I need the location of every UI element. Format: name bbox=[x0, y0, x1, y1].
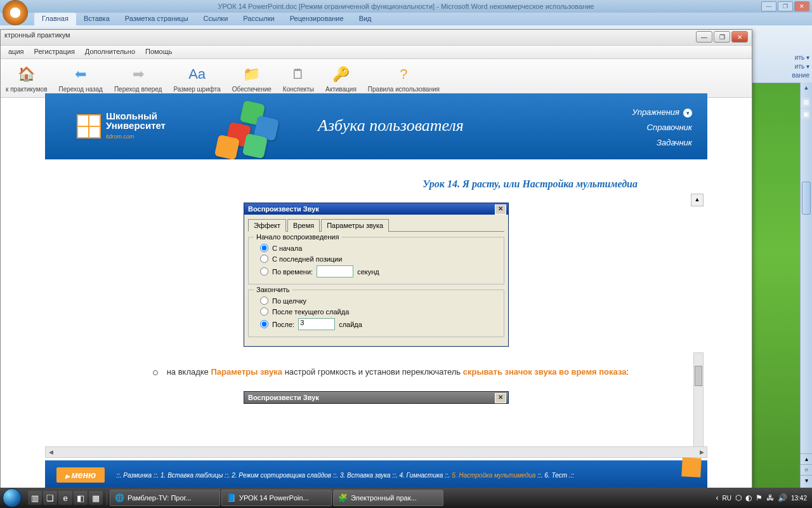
banner-link[interactable]: Справочник bbox=[632, 120, 692, 135]
toolbar-label: Правила использования bbox=[368, 86, 440, 93]
menu-item[interactable]: Регистрация bbox=[29, 46, 80, 58]
menu-item[interactable]: Дополнительно bbox=[80, 46, 140, 58]
site-logo[interactable]: Школьный Университет itdrom.com bbox=[77, 111, 166, 142]
ql-show-desktop[interactable]: ▥ bbox=[28, 491, 42, 505]
playback-end-group: Закончить По щелчку После текущего слайд… bbox=[248, 290, 504, 337]
breadcrumb-item[interactable]: 5. Настройка мультимедиа bbox=[452, 472, 535, 479]
ql-ie-icon[interactable]: e bbox=[58, 491, 72, 505]
dialog-tab[interactable]: Эффект bbox=[248, 219, 286, 232]
quick-launch: ▥ ❏ e ◧ ▦ bbox=[24, 491, 107, 505]
ql-app-icon[interactable]: ◧ bbox=[74, 491, 88, 505]
content-vscroll[interactable] bbox=[693, 352, 704, 449]
scroll-up-button[interactable]: ▲ bbox=[691, 194, 704, 206]
ribbon-tab[interactable]: Главная bbox=[34, 13, 76, 25]
word-scroll-up[interactable]: ▲ bbox=[801, 83, 812, 93]
tray-lang[interactable]: RU bbox=[723, 495, 731, 502]
slides-spinner[interactable]: 3 bbox=[298, 318, 335, 330]
radio-after-n[interactable] bbox=[260, 320, 268, 328]
hscroll-left[interactable]: ◀ bbox=[46, 449, 56, 455]
breadcrumb-item[interactable]: Разминка bbox=[123, 472, 152, 479]
radio-by-time[interactable] bbox=[260, 267, 268, 276]
word-maximize-button[interactable]: ❐ bbox=[778, 1, 793, 11]
ribbon-tab[interactable]: Вид bbox=[351, 13, 379, 25]
ql-app-icon[interactable]: ▦ bbox=[89, 491, 103, 505]
gadget-icon[interactable]: ▦ bbox=[801, 97, 811, 107]
dialog-tab[interactable]: Параметры звука bbox=[321, 219, 389, 232]
word-close-button[interactable]: ✕ bbox=[794, 1, 809, 11]
footer-menu-button[interactable]: меню bbox=[56, 467, 105, 483]
menu-item[interactable]: Помощь bbox=[140, 46, 178, 58]
tray-clock[interactable]: 13:42 bbox=[791, 495, 807, 502]
practicum-title-text: ктронный практикум bbox=[4, 31, 70, 39]
dialog-tab[interactable]: Время bbox=[287, 219, 320, 232]
radio-from-start[interactable] bbox=[260, 244, 268, 252]
banner-link[interactable]: Задачник bbox=[632, 135, 692, 150]
toolbar-button[interactable]: 📁Обеспечение bbox=[232, 64, 272, 93]
app-minimize-button[interactable]: — bbox=[696, 31, 712, 43]
windows-taskbar: ▥ ❏ e ◧ ▦ 🌐Рамблер-TV: Прог...📘УРОК 14 P… bbox=[0, 488, 812, 508]
ribbon-tab[interactable]: Рецензирование bbox=[282, 13, 351, 25]
sound-dialog-2-close-button[interactable]: ✕ bbox=[495, 393, 506, 403]
ql-switch-windows[interactable]: ❏ bbox=[43, 491, 57, 505]
toolbar-button[interactable]: 🔑Активация bbox=[325, 64, 357, 93]
word-prev-page[interactable]: ▴ bbox=[801, 453, 812, 464]
breadcrumb-item[interactable]: 3. Вставка звука bbox=[340, 472, 391, 479]
office-button[interactable] bbox=[3, 0, 28, 25]
page-body: Урок 14. Я расту, или Настройка мультиме… bbox=[45, 159, 707, 458]
toolbar-button[interactable]: ➡Переход вперед bbox=[114, 64, 162, 93]
sound-dialog-2-titlebar: Воспроизвести Звук ✕ bbox=[244, 392, 508, 403]
breadcrumb-item[interactable]: 1. Вставка таблицы bbox=[160, 472, 223, 479]
word-minimize-button[interactable]: — bbox=[761, 1, 776, 11]
banner-link[interactable]: Упражнения▾ bbox=[632, 105, 692, 120]
ribbon-tab[interactable]: Рассылки bbox=[235, 13, 282, 25]
tray-icon[interactable]: ⬡ bbox=[735, 493, 742, 502]
word-browse-object[interactable]: ○ bbox=[801, 464, 812, 475]
tray-icon[interactable]: ⚑ bbox=[756, 493, 763, 502]
toolbar-icon: Aa bbox=[187, 64, 207, 84]
sound-dialog-close-button[interactable]: ✕ bbox=[495, 204, 506, 215]
breadcrumb-item[interactable]: 2. Режим сортировщика слайдов bbox=[232, 472, 331, 479]
start-button[interactable] bbox=[0, 488, 24, 508]
breadcrumb-item[interactable]: 4. Гимнастика bbox=[400, 472, 443, 479]
toolbar-button[interactable]: ?Правила использования bbox=[368, 64, 440, 93]
toolbar-button[interactable]: 🗒Конспекты bbox=[283, 64, 314, 93]
word-ribbon-tabs: ГлавнаяВставкаРазметка страницыСсылкиРас… bbox=[0, 13, 812, 25]
tray-volume-icon[interactable]: 🔊 bbox=[778, 493, 787, 502]
content-hscroll[interactable]: ◀▶ bbox=[45, 446, 707, 458]
word-next-page[interactable]: ▾ bbox=[801, 475, 812, 486]
app-close-button[interactable]: ✕ bbox=[731, 31, 748, 43]
sound-dialog-2-title: Воспроизвести Звук bbox=[248, 394, 319, 401]
sound-dialog-title: Воспроизвести Звук bbox=[248, 205, 319, 213]
task-label: Рамблер-TV: Прог... bbox=[128, 494, 191, 502]
ribbon-tab[interactable]: Вставка bbox=[76, 13, 117, 25]
gadget-icon[interactable]: ▣ bbox=[801, 109, 811, 119]
toolbar-icon: 🗒 bbox=[288, 64, 308, 84]
vscroll-thumb[interactable] bbox=[695, 366, 702, 386]
time-spinner[interactable] bbox=[317, 265, 353, 277]
toolbar-button[interactable]: AaРазмер шрифта bbox=[173, 64, 220, 93]
menu-item[interactable]: ация bbox=[3, 46, 29, 58]
ribbon-tab[interactable]: Разметка страницы bbox=[117, 13, 196, 25]
app-maximize-button[interactable]: ❐ bbox=[714, 31, 730, 43]
tray-network-icon[interactable]: 🖧 bbox=[766, 493, 774, 502]
taskbar-task[interactable]: 📘УРОК 14 PowerPoin... bbox=[221, 490, 332, 506]
breadcrumb-item[interactable]: 6. Тест bbox=[544, 472, 567, 479]
taskbar-task[interactable]: 🌐Рамблер-TV: Прог... bbox=[110, 490, 220, 506]
lesson-title: Урок 14. Я расту, или Настройка мультиме… bbox=[77, 178, 638, 190]
tray-icon[interactable]: ◐ bbox=[745, 493, 752, 502]
toolbar-button[interactable]: 🏠к практикумов bbox=[6, 64, 47, 93]
radio-from-start-label: С начала bbox=[272, 244, 302, 252]
hscroll-right[interactable]: ▶ bbox=[697, 449, 707, 455]
radio-from-last[interactable] bbox=[260, 255, 268, 263]
taskbar-task[interactable]: 🧩Электронный прак... bbox=[333, 490, 443, 506]
practicum-window: ктронный практикум — ❐ ✕ ацияРегистрация… bbox=[0, 29, 752, 490]
chevron-down-icon: ▾ bbox=[683, 109, 692, 117]
radio-on-click[interactable] bbox=[260, 297, 268, 305]
banner-cubes-decoration bbox=[216, 100, 280, 157]
radio-after-slide[interactable] bbox=[260, 307, 268, 316]
banner-links: Упражнения▾СправочникЗадачник bbox=[632, 105, 692, 150]
tray-expand-icon[interactable]: ‹ bbox=[716, 493, 719, 502]
ribbon-tab[interactable]: Ссылки bbox=[196, 13, 236, 25]
toolbar-button[interactable]: ⬅Переход назад bbox=[58, 64, 102, 93]
banner-title: Азбука пользователя bbox=[318, 116, 464, 135]
